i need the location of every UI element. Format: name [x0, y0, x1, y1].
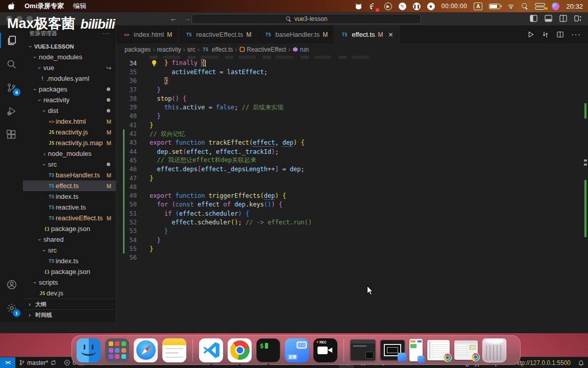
pause-menu-icon[interactable]: ❚❚ — [413, 3, 421, 10]
tree-item-dist[interactable]: ›dist — [23, 105, 116, 116]
tree-item-vue[interactable]: ›vue↪ — [23, 62, 116, 73]
dock-launchpad[interactable] — [105, 338, 129, 362]
breadcrumb-reactivity[interactable]: reactivity — [157, 46, 181, 53]
code-line[interactable]: 55} — [116, 244, 588, 253]
siri-icon[interactable] — [552, 3, 559, 10]
account-icon[interactable] — [0, 273, 23, 296]
tab-baseHandler-ts[interactable]: TSbaseHandler.tsM — [258, 26, 335, 43]
tree-item-index-ts[interactable]: TSindex.ts — [23, 256, 116, 266]
control-center-icon[interactable] — [535, 3, 545, 10]
sidebar-section-大纲[interactable]: ›大纲 — [23, 298, 116, 309]
breadcrumb-ReactiveEffect[interactable]: ReactiveEffect — [239, 46, 286, 53]
breadcrumb-effect-ts[interactable]: TSeffect.ts — [202, 46, 233, 53]
tab-index-html[interactable]: <>index.htmlM — [116, 26, 179, 43]
open-changes-icon[interactable] — [542, 31, 549, 38]
tree-item-node-modules[interactable]: ›node_modules — [23, 148, 116, 159]
customize-layout-icon[interactable] — [574, 15, 582, 22]
tree-item-scripts[interactable]: ›scripts — [23, 277, 116, 288]
nav-back-button[interactable]: ← — [170, 14, 177, 22]
battery-icon[interactable] — [489, 4, 500, 9]
menu-edit[interactable]: 编辑 — [73, 2, 86, 11]
dock-vscode[interactable] — [199, 338, 223, 362]
dock-chrome[interactable] — [228, 338, 252, 362]
tree-item-src[interactable]: ›src — [23, 159, 116, 170]
search-view-icon[interactable] — [0, 52, 23, 76]
code-line[interactable]: 47} — [116, 174, 588, 182]
code-line[interactable]: 43export function trackEffect(effect, de… — [116, 139, 588, 147]
tree-item-package-json[interactable]: {}package.json — [23, 266, 116, 277]
code-line[interactable]: 50 for (const effect of dep.keys()) { — [116, 200, 588, 209]
screen-mirroring-icon[interactable] — [369, 2, 378, 11]
more-editor-actions[interactable]: ··· — [571, 30, 581, 39]
remote-indicator[interactable]: >< — [0, 357, 15, 368]
git-branch-item[interactable]: master* — [15, 357, 60, 368]
code-line[interactable]: 45 // 我还想让effect和dep关联起来 — [116, 156, 588, 165]
cat-app-icon[interactable] — [355, 2, 362, 11]
minimized-document-window[interactable] — [409, 339, 423, 361]
breadcrumb-src[interactable]: src — [187, 46, 195, 53]
tree-item-effect-ts[interactable]: TSeffect.tsM — [23, 180, 116, 191]
tree-item-reactiveEffect-ts[interactable]: TSreactiveEffect.tsM — [23, 213, 116, 223]
tree-item--modules-yaml[interactable]: !.modules.yaml — [23, 73, 116, 84]
breadcrumb-run[interactable]: run — [292, 46, 309, 53]
tree-item-dev-js[interactable]: JSdev.js — [23, 288, 116, 298]
code-line[interactable]: 36 } — [116, 77, 588, 85]
play-menu-icon[interactable]: ▶ — [384, 3, 392, 10]
spotlight-icon[interactable] — [522, 3, 528, 10]
minimized-dark-window[interactable] — [380, 340, 405, 360]
breadcrumb-packages[interactable]: packages — [125, 46, 151, 53]
extensions-icon[interactable] — [0, 123, 23, 146]
sidebar-section-时间线[interactable]: ›时间线 — [23, 309, 116, 320]
run-debug-icon[interactable] — [0, 99, 23, 123]
code-line[interactable]: 34 } finally { — [116, 59, 588, 67]
dock-finder[interactable] — [77, 338, 101, 362]
split-editor-icon[interactable] — [556, 31, 564, 38]
settings-gear-icon[interactable]: 1 — [0, 296, 23, 320]
code-line[interactable]: 35 activeEffect = lastEffect; — [116, 67, 588, 76]
command-center-search[interactable]: vue3-lesson — [191, 14, 421, 24]
code-line[interactable]: 41} — [116, 121, 588, 129]
close-window-button[interactable] — [6, 16, 12, 22]
tree-item-reactivity-js-map[interactable]: JSreactivity.js.mapM — [23, 137, 116, 148]
toggle-panel-icon[interactable] — [545, 15, 552, 22]
lightbulb-icon[interactable] — [151, 60, 157, 66]
zoom-window-button[interactable] — [27, 16, 33, 22]
tree-item-src[interactable]: ›src — [23, 245, 116, 256]
dock-live-app[interactable]: 直播 — [285, 338, 309, 362]
code-line[interactable]: 39 this.active = false; // 后续来实现 — [116, 103, 588, 111]
code-line[interactable]: 53 } — [116, 227, 588, 236]
tree-item-index-html[interactable]: <>index.htmlM — [23, 116, 116, 127]
tree-item-index-ts[interactable]: TSindex.ts — [23, 191, 116, 202]
toggle-sidebar-icon[interactable] — [530, 15, 537, 22]
toggle-secondary-sidebar-icon[interactable] — [559, 15, 567, 22]
tab-reactiveEffect-ts[interactable]: TSreactiveEffect.tsM — [179, 26, 258, 43]
tab-effect-ts[interactable]: TSeffect.tsM✕ — [334, 26, 400, 43]
apple-menu-icon[interactable] — [8, 2, 15, 11]
code-editor[interactable]: 34 } finally {35 activeEffect = lastEffe… — [116, 55, 588, 322]
close-tab-icon[interactable]: ✕ — [388, 31, 394, 38]
notifications-bell[interactable] — [574, 357, 588, 368]
run-file-button[interactable] — [527, 31, 534, 38]
code-line[interactable]: 52 effect.scheduler(); // -> effect.run(… — [116, 218, 588, 226]
code-line[interactable]: 37 } — [116, 85, 588, 94]
tree-item-node-modules[interactable]: ›node_modules — [23, 52, 116, 62]
tree-item-shared[interactable]: ›shared — [23, 234, 116, 245]
minimized-browser-window-notes[interactable] — [427, 340, 450, 360]
code-line[interactable]: 56 — [116, 254, 588, 262]
tree-item-reactive-ts[interactable]: TSreactive.ts — [23, 202, 116, 213]
minimized-terminal-window[interactable] — [350, 339, 376, 361]
record-stop-icon[interactable]: ■ — [427, 3, 435, 10]
wifi-icon[interactable] — [507, 3, 515, 9]
code-line[interactable]: 54 } — [116, 236, 588, 244]
minimize-window-button[interactable] — [16, 16, 22, 22]
draw-menu-icon[interactable]: ✎ — [399, 3, 406, 10]
nav-forward-button[interactable]: → — [184, 14, 191, 22]
code-line[interactable]: 38 stop() { — [116, 94, 588, 103]
code-line[interactable]: 51 if (effect.scheduler) { — [116, 209, 588, 218]
tree-item-reactivity[interactable]: ›reactivity — [23, 95, 116, 105]
source-control-icon[interactable]: 6 — [0, 76, 23, 99]
code-line[interactable]: 48 — [116, 182, 588, 191]
tree-item-reactivity-js[interactable]: JSreactivity.jsM — [23, 127, 116, 137]
minimized-browser-window-page[interactable] — [454, 340, 478, 360]
code-line[interactable]: 49export function triggerEffects(dep) { — [116, 191, 588, 200]
